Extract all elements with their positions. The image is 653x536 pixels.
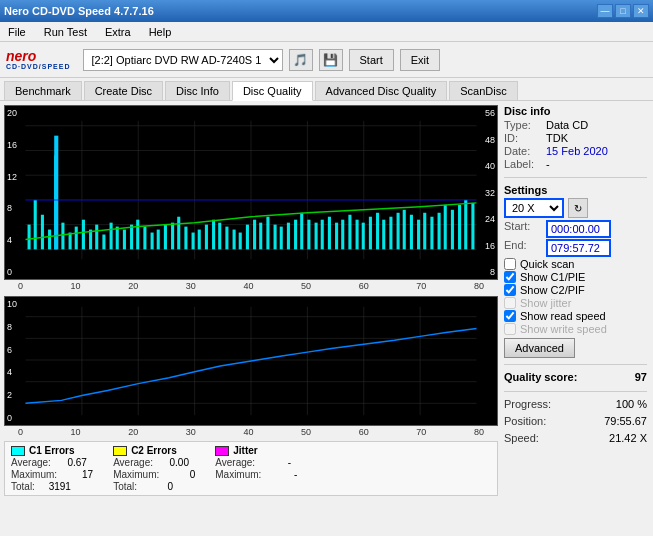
svg-rect-22	[89, 230, 92, 250]
menu-extra[interactable]: Extra	[101, 26, 135, 38]
svg-rect-58	[335, 223, 338, 250]
tab-scan-disc[interactable]: ScanDisc	[449, 81, 517, 100]
legend-c2: C2 Errors Average: 0.00 Maximum: 0 Total…	[113, 445, 195, 492]
divider-1	[504, 177, 647, 178]
y-right-8: 8	[490, 267, 495, 277]
show-jitter-label: Show jitter	[520, 297, 571, 309]
tab-disc-info[interactable]: Disc Info	[165, 81, 230, 100]
svg-rect-77	[464, 200, 467, 249]
show-read-speed-label: Show read speed	[520, 310, 606, 322]
show-c2-pif-checkbox[interactable]	[504, 284, 516, 296]
by-left-10: 10	[7, 299, 17, 309]
x-80: 80	[474, 281, 484, 291]
y-left-20: 20	[7, 108, 17, 118]
c2-max-label: Maximum:	[113, 469, 159, 480]
svg-rect-26	[116, 227, 119, 250]
y-right-32: 32	[485, 188, 495, 198]
c1-max-value: 17	[63, 469, 93, 480]
c1-max-row: Maximum: 17	[11, 469, 93, 480]
by-left-4: 4	[7, 367, 17, 377]
svg-rect-20	[75, 227, 78, 250]
position-row: Position: 79:55.67	[504, 415, 647, 427]
by-left-6: 6	[7, 345, 17, 355]
position-label: Position:	[504, 415, 546, 427]
svg-rect-41	[218, 223, 221, 250]
y-left-0: 0	[7, 267, 17, 277]
disc-date-row: Date: 15 Feb 2020	[504, 145, 647, 157]
start-time-input[interactable]	[546, 220, 611, 238]
svg-rect-75	[451, 210, 454, 250]
bx-70: 70	[416, 427, 426, 437]
by-left-0: 0	[7, 413, 17, 423]
jitter-avg-label: Average:	[215, 457, 255, 468]
advanced-button[interactable]: Advanced	[504, 338, 575, 358]
tab-create-disc[interactable]: Create Disc	[84, 81, 163, 100]
show-c1-pie-row: Show C1/PIE	[504, 271, 647, 283]
c1-avg-label: Average:	[11, 457, 51, 468]
exit-button[interactable]: Exit	[400, 49, 440, 71]
svg-rect-34	[171, 223, 174, 250]
y-right-24: 24	[485, 214, 495, 224]
bx-0: 0	[18, 427, 23, 437]
disc-label-row: Label: -	[504, 158, 647, 170]
svg-rect-37	[192, 233, 195, 250]
save-button[interactable]: 💾	[319, 49, 343, 71]
tab-advanced-disc-quality[interactable]: Advanced Disc Quality	[315, 81, 448, 100]
tab-bar: Benchmark Create Disc Disc Info Disc Qua…	[0, 78, 653, 101]
top-chart: 20 16 12 8 4 0 56 48 40 32 24 16 8	[4, 105, 498, 280]
minimize-button[interactable]: —	[597, 4, 613, 18]
end-time-input[interactable]	[546, 239, 611, 257]
svg-rect-33	[164, 225, 167, 250]
svg-rect-48	[266, 217, 269, 250]
svg-rect-67	[397, 213, 400, 250]
x-50: 50	[301, 281, 311, 291]
menu-file[interactable]: File	[4, 26, 30, 38]
c1-avg-row: Average: 0.67	[11, 457, 93, 468]
nero-brand: nero	[6, 49, 71, 63]
svg-rect-15	[41, 215, 44, 250]
y-right-16: 16	[485, 241, 495, 251]
toolbar: nero CD·DVD/SPEED [2:2] Optiarc DVD RW A…	[0, 42, 653, 78]
nero-subtitle: CD·DVD/SPEED	[6, 63, 71, 70]
y-right-56: 56	[485, 108, 495, 118]
maximize-button[interactable]: □	[615, 4, 631, 18]
show-jitter-checkbox[interactable]	[504, 297, 516, 309]
show-write-speed-checkbox[interactable]	[504, 323, 516, 335]
c2-avg-label: Average:	[113, 457, 153, 468]
svg-rect-39	[205, 225, 208, 250]
tab-disc-quality[interactable]: Disc Quality	[232, 81, 313, 101]
quick-scan-row: Quick scan	[504, 258, 647, 270]
show-c1-pie-checkbox[interactable]	[504, 271, 516, 283]
c1-max-label: Maximum:	[11, 469, 57, 480]
menu-help[interactable]: Help	[145, 26, 176, 38]
quality-score-row: Quality score: 97	[504, 371, 647, 383]
show-write-speed-row: Show write speed	[504, 323, 647, 335]
speed-selector[interactable]: 20 X	[504, 198, 564, 218]
close-button[interactable]: ✕	[633, 4, 649, 18]
show-c1-pie-label: Show C1/PIE	[520, 271, 585, 283]
legend: C1 Errors Average: 0.67 Maximum: 17 Tota…	[4, 441, 498, 496]
speed-row: 20 X ↻	[504, 198, 647, 218]
x-70: 70	[416, 281, 426, 291]
svg-rect-42	[225, 227, 228, 250]
start-button[interactable]: Start	[349, 49, 394, 71]
legend-c2-header: C2 Errors	[113, 445, 195, 456]
tab-benchmark[interactable]: Benchmark	[4, 81, 82, 100]
refresh-button[interactable]: ↻	[568, 198, 588, 218]
c2-label: C2 Errors	[131, 445, 177, 456]
jitter-max-row: Maximum: -	[215, 469, 297, 480]
svg-rect-14	[34, 200, 37, 249]
audio-button[interactable]: 🎵	[289, 49, 313, 71]
show-read-speed-checkbox[interactable]	[504, 310, 516, 322]
quick-scan-checkbox[interactable]	[504, 258, 516, 270]
svg-rect-28	[130, 225, 133, 250]
bx-60: 60	[359, 427, 369, 437]
svg-rect-63	[369, 217, 372, 250]
drive-selector[interactable]: [2:2] Optiarc DVD RW AD-7240S 1.04	[83, 49, 283, 71]
svg-rect-16	[48, 230, 51, 250]
svg-rect-74	[444, 205, 447, 249]
c2-avg-value: 0.00	[159, 457, 189, 468]
svg-rect-72	[430, 217, 433, 250]
c1-total-value: 3191	[41, 481, 71, 492]
menu-run-test[interactable]: Run Test	[40, 26, 91, 38]
